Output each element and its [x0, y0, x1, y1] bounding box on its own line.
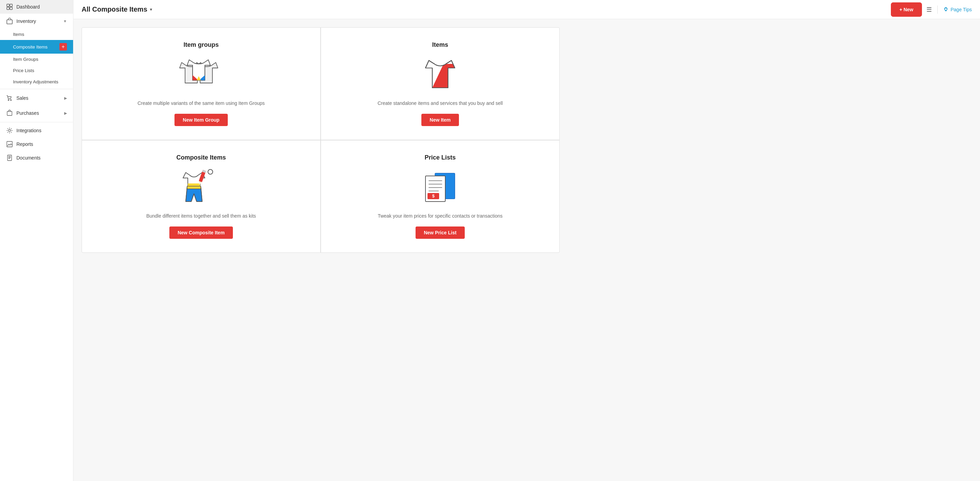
sidebar-item-price-lists[interactable]: Price Lists	[0, 65, 73, 76]
card-composite-items-icon	[181, 168, 222, 205]
purchases-chevron: ▶	[64, 111, 67, 115]
svg-point-8	[8, 129, 11, 132]
sidebar-item-integrations[interactable]: Integrations	[0, 124, 73, 137]
documents-icon	[6, 154, 13, 161]
title-dropdown-icon[interactable]: ▾	[150, 7, 152, 12]
card-items-title: Items	[432, 41, 448, 48]
svg-text:$: $	[432, 193, 435, 199]
card-item-groups-icon	[181, 55, 222, 93]
card-items: Items Create standalone items and servic…	[321, 28, 559, 140]
card-price-lists-title: Price Lists	[425, 154, 455, 161]
svg-rect-1	[10, 4, 12, 6]
svg-point-6	[11, 100, 12, 101]
main-content: All Composite Items ▾ + New ☰ Page Tips …	[73, 0, 980, 481]
svg-rect-0	[7, 4, 9, 6]
cards-grid: Item groups	[82, 27, 560, 253]
svg-rect-3	[10, 7, 12, 10]
card-composite-items: Composite Items	[82, 140, 320, 252]
item-groups-label: Item Groups	[13, 57, 38, 62]
inventory-label: Inventory	[16, 18, 36, 24]
card-composite-items-desc: Bundle different items together and sell…	[146, 212, 256, 220]
svg-rect-13	[187, 186, 201, 189]
sidebar-divider-1	[0, 89, 73, 89]
inventory-icon	[6, 18, 13, 25]
composite-items-add-button[interactable]: +	[59, 43, 67, 51]
menu-icon[interactable]: ☰	[926, 6, 932, 13]
sales-chevron: ▶	[64, 96, 67, 100]
documents-label: Documents	[16, 155, 41, 161]
card-price-lists-desc: Tweak your item prices for specific cont…	[378, 212, 503, 220]
card-item-groups: Item groups	[82, 28, 320, 140]
sales-label: Sales	[16, 95, 28, 101]
svg-rect-4	[7, 20, 12, 24]
price-lists-label: Price Lists	[13, 68, 34, 73]
reports-icon	[6, 141, 13, 148]
svg-rect-2	[7, 7, 9, 10]
new-item-button[interactable]: New Item	[422, 114, 458, 126]
content-area: Item groups	[73, 19, 980, 481]
lightbulb-icon	[943, 7, 948, 12]
sidebar: Dashboard Inventory ▼ Items Composite It…	[0, 0, 73, 481]
svg-point-17	[208, 169, 213, 174]
sidebar-item-dashboard[interactable]: Dashboard	[0, 0, 73, 14]
dashboard-label: Dashboard	[16, 4, 40, 10]
card-item-groups-desc: Create multiple variants of the same ite…	[138, 100, 265, 107]
composite-items-label: Composite Items	[13, 45, 48, 49]
sidebar-section-purchases[interactable]: Purchases ▶	[0, 105, 73, 121]
new-item-group-button[interactable]: New Item Group	[175, 114, 228, 126]
inventory-chevron: ▼	[63, 19, 67, 23]
items-label: Items	[13, 32, 24, 37]
sidebar-item-item-groups[interactable]: Item Groups	[0, 54, 73, 65]
card-price-lists: Price Lists $	[321, 140, 559, 252]
header-divider	[937, 5, 938, 14]
inventory-adjustments-label: Inventory Adjustments	[13, 79, 58, 84]
reports-label: Reports	[16, 142, 33, 147]
page-tips-button[interactable]: Page Tips	[943, 7, 972, 12]
card-items-desc: Create standalone items and services tha…	[378, 100, 503, 107]
sidebar-item-reports[interactable]: Reports	[0, 137, 73, 151]
card-composite-items-title: Composite Items	[176, 154, 226, 161]
header-left: All Composite Items ▾	[82, 5, 152, 13]
sidebar-item-inventory-adjustments[interactable]: Inventory Adjustments	[0, 76, 73, 88]
new-button[interactable]: + New	[892, 3, 921, 16]
svg-point-5	[8, 100, 9, 101]
header-right: + New ☰ Page Tips	[892, 3, 972, 16]
card-price-lists-icon: $	[420, 168, 461, 205]
page-tips-label: Page Tips	[951, 7, 972, 12]
page-title: All Composite Items	[82, 5, 147, 13]
card-items-icon	[420, 55, 461, 93]
sidebar-section-inventory[interactable]: Inventory ▼	[0, 14, 73, 29]
dashboard-icon	[6, 3, 13, 10]
card-item-groups-title: Item groups	[183, 41, 218, 48]
sidebar-item-composite-items[interactable]: Composite Items +	[0, 40, 73, 54]
svg-rect-10	[8, 155, 12, 161]
integrations-icon	[6, 127, 13, 134]
sidebar-item-items[interactable]: Items	[0, 29, 73, 40]
integrations-label: Integrations	[16, 128, 41, 133]
sidebar-divider-2	[0, 122, 73, 122]
purchases-icon	[6, 110, 13, 116]
purchases-label: Purchases	[16, 110, 39, 116]
header: All Composite Items ▾ + New ☰ Page Tips	[73, 0, 980, 19]
svg-rect-7	[7, 111, 12, 115]
sales-icon	[6, 95, 13, 102]
new-composite-item-button[interactable]: New Composite Item	[169, 226, 233, 239]
new-price-list-button[interactable]: New Price List	[415, 226, 465, 239]
sidebar-section-sales[interactable]: Sales ▶	[0, 91, 73, 105]
sidebar-item-documents[interactable]: Documents	[0, 151, 73, 165]
